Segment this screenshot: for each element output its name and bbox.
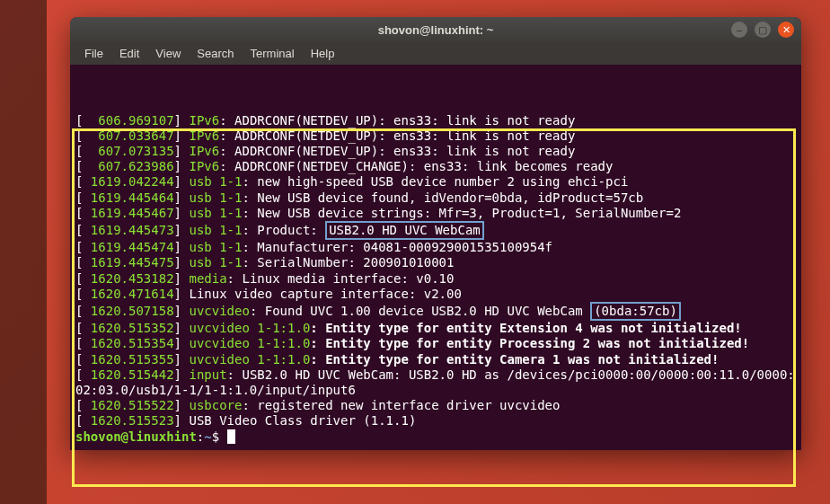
titlebar: shovon@linuxhint: ~ – ▢ ✕ [70, 17, 801, 42]
terminal-line: [ 1620.515355] uvcvideo 1-1:1.0: Entity … [75, 352, 796, 367]
menu-file[interactable]: File [77, 44, 110, 63]
terminal-line: [ 1619.445473] usb 1-1: Product: USB2.0 … [75, 221, 796, 240]
product-highlight: USB2.0 HD UVC WebCam [325, 221, 484, 240]
terminal-output[interactable]: [ 606.969107] IPv6: ADDRCONF(NETDEV_UP):… [70, 65, 801, 450]
terminal-line: [ 1619.445467] usb 1-1: New USB device s… [75, 206, 796, 221]
menu-view[interactable]: View [148, 44, 188, 63]
window-controls: – ▢ ✕ [731, 22, 794, 38]
terminal-line: [ 607.623986] IPv6: ADDRCONF(NETDEV_CHAN… [75, 159, 796, 174]
maximize-button[interactable]: ▢ [755, 22, 771, 38]
terminal-line: [ 1620.515523] USB Video Class driver (1… [75, 413, 796, 429]
terminal-line: [ 1620.515442] input: USB2.0 HD UVC WebC… [75, 367, 796, 398]
menubar: File Edit View Search Terminal Help [70, 42, 801, 65]
window-title: shovon@linuxhint: ~ [378, 23, 494, 37]
terminal-line: [ 1620.507158] uvcvideo: Found UVC 1.00 … [75, 302, 796, 321]
terminal-line: [ 1619.445464] usb 1-1: New USB device f… [75, 190, 796, 206]
terminal-line: [ 1620.515522] usbcore: registered new i… [75, 398, 796, 413]
terminal-line: [ 1619.445474] usb 1-1: Manufacturer: 04… [75, 240, 796, 255]
menu-terminal[interactable]: Terminal [243, 44, 302, 63]
terminal-line: [ 1620.471614] Linux video capture inter… [75, 287, 796, 302]
terminal-line: [ 1620.453182] media: Linux media interf… [75, 271, 796, 287]
prompt-line[interactable]: shovon@linuxhint:~$ [75, 429, 796, 445]
minimize-button[interactable]: – [731, 22, 747, 38]
terminal-line: [ 607.033647] IPv6: ADDRCONF(NETDEV_UP):… [75, 128, 796, 144]
terminal-line: [ 606.969107] IPv6: ADDRCONF(NETDEV_UP):… [75, 113, 796, 128]
terminal-line: [ 1620.515354] uvcvideo 1-1:1.0: Entity … [75, 336, 796, 351]
terminal-line: [ 1619.042244] usb 1-1: new high-speed U… [75, 174, 796, 190]
launcher-dock [0, 0, 47, 504]
terminal-line: [ 1620.515352] uvcvideo 1-1:1.0: Entity … [75, 321, 796, 336]
menu-search[interactable]: Search [190, 44, 241, 63]
menu-help[interactable]: Help [304, 44, 342, 63]
cursor [227, 429, 235, 444]
terminal-window: shovon@linuxhint: ~ – ▢ ✕ File Edit View… [70, 17, 801, 450]
terminal-line: [ 1619.445475] usb 1-1: SerialNumber: 20… [75, 255, 796, 270]
close-button[interactable]: ✕ [778, 22, 794, 38]
menu-edit[interactable]: Edit [112, 44, 146, 63]
device-id-highlight: (0bda:57cb) [590, 302, 681, 321]
terminal-line: [ 607.073135] IPv6: ADDRCONF(NETDEV_UP):… [75, 144, 796, 159]
